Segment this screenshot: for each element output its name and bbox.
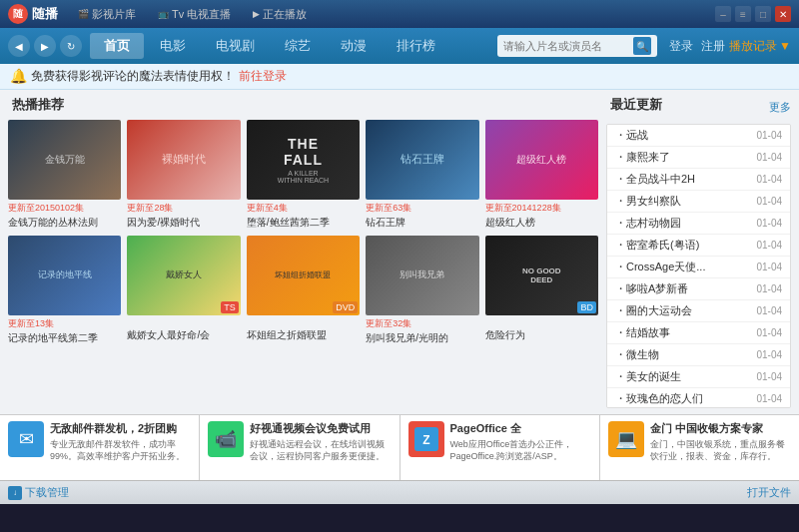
- movie-thumb-1: 金钱万能: [8, 120, 121, 200]
- movie-card-9[interactable]: 别叫我兄弟 更新至32集 别叫我兄弟/光明的: [366, 236, 478, 345]
- movie-card-5[interactable]: 超级红人榜 更新至20141228集 超级红人榜: [485, 120, 598, 230]
- movie-name-4: 钻石王牌: [366, 216, 478, 230]
- list-item[interactable]: ・CrossAge天使... 01-04: [607, 257, 790, 278]
- list-item[interactable]: ・美女的诞生 01-04: [607, 366, 790, 388]
- ad-title-2: 好视通视频会议免费试用: [250, 421, 391, 436]
- ad-item-3[interactable]: Z PageOffice 全 Web应用Office首选办公正件，PageOff…: [400, 415, 600, 480]
- minimize-button[interactable]: –: [715, 6, 731, 22]
- more-link[interactable]: 更多: [769, 100, 791, 115]
- movie-card-3[interactable]: THE FALL A KILLER WITHIN REACH 更新至4集 堕落/…: [247, 120, 360, 230]
- ad-item-4[interactable]: 💻 金门 中国收银方案专家 金门，中国收银系统，重点服务餐饮行业，报表、资金，库…: [600, 415, 799, 480]
- bottom-ads: ✉ 无敌邮件群发机，2折团购 专业无敌邮件群发软件，成功率99%。高效率维护客户…: [0, 414, 799, 480]
- title-tabs: 🎬 影视片库 📺 Tv 电视直播 ▶ 正在播放: [68, 5, 317, 24]
- tv-icon: 📺: [158, 9, 169, 19]
- ad-content-4: 金门 中国收银方案专家 金门，中国收银系统，重点服务餐饮行业，报表、资金，库存行…: [650, 421, 791, 463]
- movie-thumb-8: 坏姐组折婚联盟 DVD: [247, 236, 360, 315]
- menu-button[interactable]: ≡: [735, 6, 751, 22]
- nav-tab-movies[interactable]: 电影: [146, 33, 200, 59]
- restore-button[interactable]: □: [755, 6, 771, 22]
- list-item[interactable]: ・男女纠察队 01-04: [607, 191, 790, 213]
- latest-section-title: 最近更新: [606, 96, 662, 114]
- movie-card-7[interactable]: 戴娇女人 TS - 戴娇女人最好命/会: [127, 236, 240, 345]
- nav-record[interactable]: 播放记录 ▼: [729, 38, 791, 55]
- ad-icon-mail: ✉: [8, 421, 44, 457]
- movie-card-10[interactable]: NO GOODDEED BD - 危险行为: [485, 236, 598, 345]
- movie-thumb-3: THE FALL A KILLER WITHIN REACH: [247, 120, 360, 200]
- content-area: 热播推荐 金钱万能 更新至20150102集 金钱万能的丛林法则 裸婚时代: [0, 90, 799, 414]
- ad-desc-1: 专业无敌邮件群发软件，成功率99%。高效率维护客户开拓业务。: [50, 438, 191, 463]
- latest-list: ・远战 01-04 ・康熙来了 01-04 ・全员战斗中2H 01-04 ・男女…: [606, 124, 791, 408]
- nav-tab-tv[interactable]: 电视剧: [202, 33, 269, 59]
- main-content: 🔔 免费获得影视评论的魔法表情使用权！ 前往登录 热播推荐 金钱万能 更新至20…: [0, 64, 799, 480]
- movie-update-7: -: [127, 317, 240, 327]
- movie-thumb-5: 超级红人榜: [485, 120, 598, 200]
- nav-tab-anime[interactable]: 动漫: [327, 33, 381, 59]
- register-link[interactable]: 注册: [701, 38, 725, 55]
- list-item[interactable]: ・全员战斗中2H 01-04: [607, 169, 790, 191]
- list-item[interactable]: ・远战 01-04: [607, 125, 790, 147]
- movie-name-8: 坏姐组之折婚联盟: [247, 328, 360, 342]
- forward-button[interactable]: ▶: [34, 35, 56, 57]
- nav-tab-home[interactable]: 首页: [90, 33, 144, 59]
- right-panel: 最近更新 更多 ・远战 01-04 ・康熙来了 01-04 ・全员战斗中2H 0…: [606, 96, 791, 408]
- movie-card-6[interactable]: 记录的地平线 更新至13集 记录的地平线第二季: [8, 236, 121, 345]
- ad-icon-office: Z: [408, 421, 444, 457]
- download-icon: ↓: [8, 486, 22, 500]
- refresh-button[interactable]: ↻: [60, 35, 82, 57]
- list-item[interactable]: ・圈的大运动会 01-04: [607, 300, 790, 322]
- movie-update-6: 更新至13集: [8, 317, 121, 330]
- list-item[interactable]: ・微生物 01-04: [607, 344, 790, 366]
- movie-name-10: 危险行为: [485, 328, 598, 342]
- ad-icon-cash: 💻: [608, 421, 644, 457]
- movie-name-6: 记录的地平线第二季: [8, 331, 121, 345]
- open-file-button[interactable]: 打开文件: [747, 485, 791, 500]
- movie-update-1: 更新至20150102集: [8, 202, 121, 215]
- login-link[interactable]: 登录: [669, 38, 693, 55]
- ad-content-1: 无敌邮件群发机，2折团购 专业无敌邮件群发软件，成功率99%。高效率维护客户开拓…: [50, 421, 191, 463]
- nav-tab-variety[interactable]: 综艺: [271, 33, 325, 59]
- ad-content-2: 好视通视频会议免费试用 好视通站远程会议，在线培训视频会议，运程协同客户服务更便…: [250, 421, 391, 463]
- movie-card-8[interactable]: 坏姐组折婚联盟 DVD - 坏姐组之折婚联盟: [247, 236, 360, 345]
- list-item[interactable]: ・结婚故事 01-04: [607, 322, 790, 344]
- movie-thumb-7: 戴娇女人 TS: [127, 236, 240, 315]
- movie-thumb-2: 裸婚时代: [127, 120, 240, 200]
- movie-update-5: 更新至20141228集: [485, 202, 598, 215]
- movie-update-10: -: [485, 317, 598, 327]
- movie-update-9: 更新至32集: [366, 317, 478, 330]
- movie-card-4[interactable]: 钻石王牌 更新至63集 钻石王牌: [366, 120, 478, 230]
- search-input[interactable]: [503, 40, 633, 52]
- svg-text:Z: Z: [422, 433, 429, 447]
- movie-thumb-9: 别叫我兄弟: [366, 236, 478, 315]
- list-item[interactable]: ・康熙来了 01-04: [607, 147, 790, 169]
- download-label: 下载管理: [25, 485, 69, 500]
- movie-update-8: -: [247, 317, 360, 327]
- tab-tv[interactable]: 📺 Tv 电视直播: [148, 5, 241, 24]
- list-item[interactable]: ・哆啦A梦新番 01-04: [607, 278, 790, 300]
- ad-desc-4: 金门，中国收银系统，重点服务餐饮行业，报表、资金，库存行。: [650, 438, 791, 463]
- movie-card-2[interactable]: 裸婚时代 更新至28集 因为爱/裸婚时代: [127, 120, 240, 230]
- nav-tab-chart[interactable]: 排行榜: [383, 33, 449, 59]
- notice-bar: 🔔 免费获得影视评论的魔法表情使用权！ 前往登录: [0, 64, 799, 90]
- movie-badge-7: TS: [221, 301, 239, 313]
- logo-text: 随播: [32, 5, 58, 23]
- tab-playing-label: 正在播放: [263, 7, 307, 22]
- list-item[interactable]: ・志村动物园 01-04: [607, 213, 790, 235]
- movie-update-2: 更新至28集: [127, 202, 240, 215]
- search-button[interactable]: 🔍: [633, 37, 651, 55]
- tab-movies[interactable]: 🎬 影视片库: [68, 5, 146, 24]
- back-button[interactable]: ◀: [8, 35, 30, 57]
- nav-tabs: 首页 电影 电视剧 综艺 动漫 排行榜: [90, 33, 449, 59]
- movie-card-1[interactable]: 金钱万能 更新至20150102集 金钱万能的丛林法则: [8, 120, 121, 230]
- ad-item-1[interactable]: ✉ 无敌邮件群发机，2折团购 专业无敌邮件群发软件，成功率99%。高效率维护客户…: [0, 415, 200, 480]
- movie-update-4: 更新至63集: [366, 202, 478, 215]
- notice-login-link[interactable]: 前往登录: [239, 68, 287, 85]
- list-item[interactable]: ・玫瑰色的恋人们 01-04: [607, 388, 790, 408]
- download-manager-button[interactable]: ↓ 下载管理: [8, 485, 69, 500]
- tab-playing[interactable]: ▶ 正在播放: [243, 5, 317, 24]
- ad-item-2[interactable]: 📹 好视通视频会议免费试用 好视通站远程会议，在线培训视频会议，运程协同客户服务…: [200, 415, 400, 480]
- list-item[interactable]: ・密室希氏(粤语) 01-04: [607, 235, 790, 257]
- close-button[interactable]: ✕: [775, 6, 791, 22]
- movie-name-7: 戴娇女人最好命/会: [127, 328, 240, 342]
- movie-thumb-4: 钻石王牌: [366, 120, 478, 200]
- movie-name-9: 别叫我兄弟/光明的: [366, 331, 478, 345]
